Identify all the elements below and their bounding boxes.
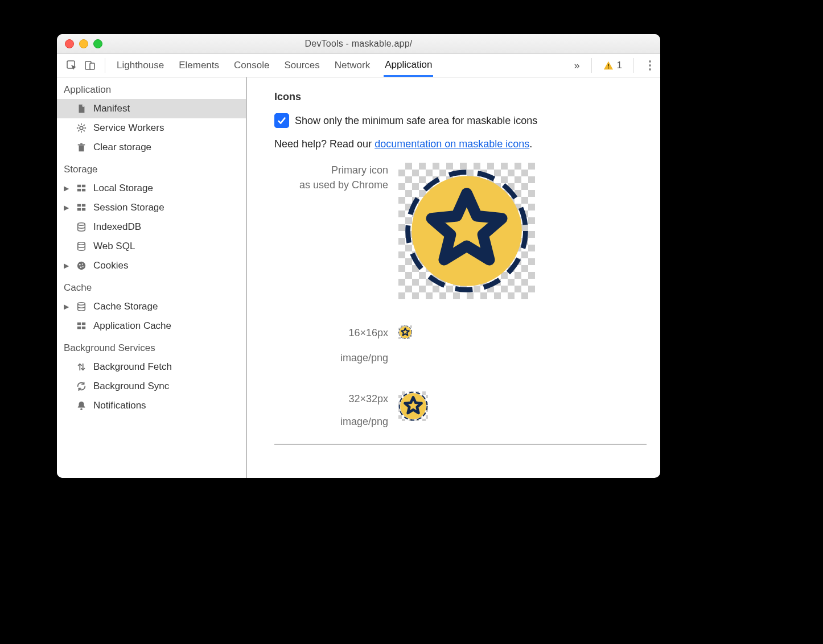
expand-triangle-icon[interactable]: ▶: [63, 184, 69, 192]
db-icon: [75, 241, 88, 251]
safe-area-checkbox-label: Show only the minimum safe area for mask…: [295, 115, 537, 127]
sync-icon: [75, 381, 88, 391]
help-text: Need help? Read our documentation on mas…: [274, 138, 647, 150]
sidebar-item-application-cache[interactable]: Application Cache: [57, 316, 246, 336]
settings-menu-button[interactable]: [645, 60, 655, 71]
svg-point-33: [83, 266, 84, 267]
svg-rect-21: [77, 189, 81, 192]
svg-line-15: [84, 125, 85, 126]
icon-mime: image/png: [274, 414, 388, 429]
safe-area-checkbox[interactable]: [274, 113, 289, 128]
manifest-panel: Icons Show only the minimum safe area fo…: [247, 77, 660, 478]
grid-icon: [75, 321, 88, 331]
icon-size: 32×32px: [274, 391, 388, 406]
svg-point-29: [77, 262, 85, 270]
tab-network[interactable]: Network: [334, 54, 371, 77]
app-icon: [404, 168, 529, 294]
svg-rect-5: [608, 64, 609, 67]
svg-line-14: [78, 130, 79, 131]
grid-icon: [75, 203, 88, 213]
sidebar-item-background-sync[interactable]: Background Sync: [57, 377, 246, 396]
svg-rect-23: [77, 204, 81, 207]
sidebar-item-clear-storage[interactable]: Clear storage: [57, 138, 246, 157]
db-icon: [75, 302, 88, 312]
primary-icon-preview: [398, 163, 535, 299]
window-title: DevTools - maskable.app/: [57, 39, 660, 49]
sidebar-item-label: Cache Storage: [93, 301, 158, 312]
divider: [591, 58, 592, 73]
tab-elements[interactable]: Elements: [178, 54, 220, 77]
svg-line-13: [84, 130, 85, 131]
sidebar-item-label: IndexedDB: [93, 221, 141, 233]
sidebar-item-notifications[interactable]: Notifications: [57, 396, 246, 415]
cookie-icon: [75, 261, 88, 271]
sidebar-item-cookies[interactable]: ▶Cookies: [57, 256, 246, 275]
divider: [105, 58, 105, 73]
icon-mime: image/png: [274, 350, 388, 365]
more-tabs-icon[interactable]: »: [574, 60, 580, 72]
grid-icon: [75, 183, 88, 193]
svg-rect-37: [77, 327, 81, 329]
tab-lighthouse[interactable]: Lighthouse: [116, 54, 165, 77]
trash-icon: [75, 142, 88, 152]
icon-entry-label: 32×32px image/png: [274, 391, 388, 429]
app-icon: [398, 325, 412, 339]
sidebar-item-label: Background Fetch: [93, 361, 172, 373]
svg-rect-25: [77, 208, 81, 211]
sidebar-group-title: Background Services: [57, 336, 246, 357]
sidebar-item-session-storage[interactable]: ▶Session Storage: [57, 198, 246, 217]
sidebar-item-indexeddb[interactable]: IndexedDB: [57, 217, 246, 237]
sidebar-item-label: Manifest: [93, 103, 130, 114]
expand-triangle-icon[interactable]: ▶: [63, 262, 69, 270]
tab-label: Console: [234, 60, 269, 71]
warning-icon: [603, 60, 614, 71]
sidebar-item-label: Local Storage: [93, 183, 153, 194]
primary-icon-label: Primary icon as used by Chrome: [274, 163, 388, 192]
bell-icon: [75, 401, 88, 411]
svg-rect-26: [82, 208, 85, 211]
updown-icon: [75, 362, 88, 372]
tab-application[interactable]: Application: [384, 54, 433, 77]
sidebar-item-label: Service Workers: [93, 122, 164, 134]
warnings-indicator[interactable]: 1: [603, 60, 622, 71]
sidebar-item-local-storage[interactable]: ▶Local Storage: [57, 179, 246, 198]
sidebar-item-web-sql[interactable]: Web SQL: [57, 237, 246, 256]
icon-size: 16×16px: [274, 325, 388, 340]
sidebar-item-label: Cookies: [93, 260, 128, 271]
sidebar-item-label: Session Storage: [93, 202, 164, 213]
check-icon: [277, 115, 287, 126]
sidebar-item-label: Application Cache: [93, 320, 171, 332]
documentation-link[interactable]: documentation on maskable icons: [375, 138, 529, 150]
expand-triangle-icon[interactable]: ▶: [63, 204, 69, 212]
icon-entry-label: 16×16px image/png: [274, 325, 388, 365]
svg-rect-4: [90, 63, 94, 69]
sidebar-group-title: Storage: [57, 157, 246, 179]
tab-sources[interactable]: Sources: [283, 54, 320, 77]
section-heading: Icons: [274, 91, 647, 103]
sidebar-item-cache-storage[interactable]: ▶Cache Storage: [57, 297, 246, 316]
application-sidebar[interactable]: ApplicationManifestService WorkersClear …: [57, 77, 247, 478]
svg-rect-20: [82, 185, 85, 188]
svg-rect-19: [77, 185, 81, 188]
svg-rect-16: [79, 145, 84, 151]
device-toolbar-icon[interactable]: [84, 60, 96, 71]
svg-line-12: [78, 125, 79, 126]
svg-rect-17: [78, 145, 85, 146]
svg-point-31: [82, 263, 83, 265]
sidebar-item-label: Notifications: [93, 400, 146, 411]
inspect-element-icon[interactable]: [66, 60, 77, 71]
svg-point-39: [80, 408, 83, 411]
tab-label: Application: [385, 59, 432, 71]
app-icon: [398, 391, 428, 421]
expand-triangle-icon[interactable]: ▶: [63, 303, 69, 311]
svg-point-32: [80, 266, 82, 268]
svg-rect-22: [82, 189, 85, 192]
icon-entry-preview-32: [398, 391, 546, 421]
tab-console[interactable]: Console: [233, 54, 270, 77]
svg-rect-36: [82, 323, 85, 325]
devtools-window: DevTools - maskable.app/ Lighthouse Elem…: [57, 34, 660, 478]
sidebar-item-manifest[interactable]: Manifest: [57, 99, 246, 118]
sidebar-item-service-workers[interactable]: Service Workers: [57, 118, 246, 138]
svg-point-34: [78, 303, 85, 306]
sidebar-item-background-fetch[interactable]: Background Fetch: [57, 357, 246, 377]
